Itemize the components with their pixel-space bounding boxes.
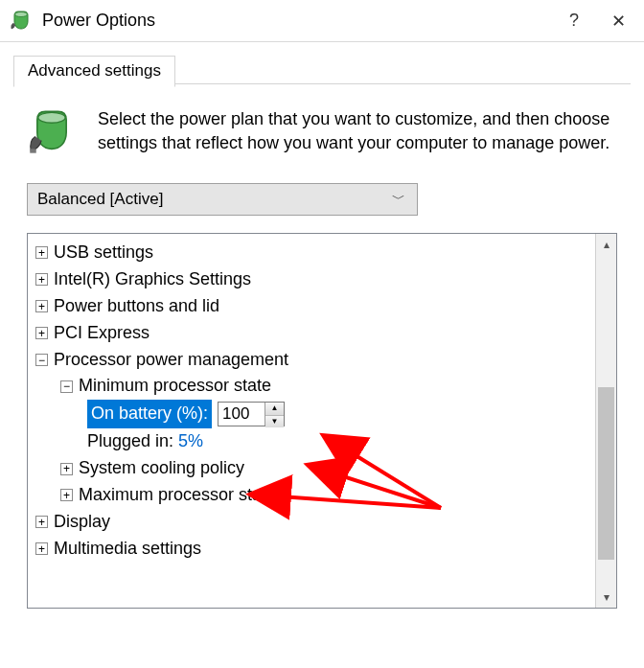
intro-section: Select the power plan that you want to c… bbox=[27, 107, 617, 162]
intro-text: Select the power plan that you want to c… bbox=[98, 107, 617, 162]
scroll-thumb[interactable] bbox=[598, 387, 614, 560]
window-title: Power Options bbox=[42, 11, 552, 31]
chevron-down-icon: ﹀ bbox=[392, 191, 405, 208]
collapse-icon[interactable]: − bbox=[60, 380, 73, 393]
vertical-scrollbar[interactable]: ▴ ▾ bbox=[595, 234, 616, 608]
tree-item-plugged-in[interactable]: Plugged in: 5% bbox=[32, 428, 591, 455]
spinner-up-button[interactable]: ▲ bbox=[265, 403, 284, 415]
expand-icon[interactable]: + bbox=[35, 542, 48, 555]
svg-point-1 bbox=[38, 112, 65, 123]
help-button[interactable]: ? bbox=[552, 0, 596, 41]
expand-icon[interactable]: + bbox=[35, 273, 48, 286]
close-button[interactable]: ✕ bbox=[596, 0, 640, 41]
tree-item-min-processor-state[interactable]: − Minimum processor state bbox=[32, 373, 591, 400]
expand-icon[interactable]: + bbox=[60, 489, 73, 501]
expand-icon[interactable]: + bbox=[35, 327, 48, 339]
tree-item-max-processor-state[interactable]: + Maximum processor state bbox=[32, 482, 591, 509]
expand-icon[interactable]: + bbox=[35, 300, 48, 312]
expand-icon[interactable]: + bbox=[35, 516, 48, 528]
tree-item-power-buttons[interactable]: + Power buttons and lid bbox=[32, 293, 591, 320]
tree-item-processor[interactable]: − Processor power management bbox=[32, 347, 591, 374]
settings-tree-container: + USB settings + Intel(R) Graphics Setti… bbox=[27, 233, 617, 609]
power-plan-icon bbox=[27, 107, 80, 162]
app-icon bbox=[10, 10, 33, 33]
svg-rect-2 bbox=[30, 149, 36, 152]
on-battery-spinner[interactable]: ▲ ▼ bbox=[218, 402, 285, 426]
tree-item-display[interactable]: + Display bbox=[32, 509, 591, 536]
plugged-in-value[interactable]: 5% bbox=[178, 428, 203, 455]
expand-icon[interactable]: + bbox=[60, 463, 73, 475]
tree-item-cooling-policy[interactable]: + System cooling policy bbox=[32, 455, 591, 482]
expand-icon[interactable]: + bbox=[35, 246, 48, 259]
on-battery-input[interactable] bbox=[218, 403, 264, 426]
content-area: Select the power plan that you want to c… bbox=[0, 84, 644, 609]
tab-strip: Advanced settings bbox=[0, 42, 644, 84]
tree-item-pci-express[interactable]: + PCI Express bbox=[32, 320, 591, 347]
tree-item-multimedia[interactable]: + Multimedia settings bbox=[32, 536, 591, 563]
tree-item-intel-graphics[interactable]: + Intel(R) Graphics Settings bbox=[32, 266, 591, 293]
scroll-up-button[interactable]: ▴ bbox=[596, 234, 616, 255]
scroll-down-button[interactable]: ▾ bbox=[596, 587, 616, 608]
spinner-down-button[interactable]: ▼ bbox=[265, 416, 284, 427]
collapse-icon[interactable]: − bbox=[35, 354, 48, 366]
tree-item-usb[interactable]: + USB settings bbox=[32, 240, 591, 266]
on-battery-label: On battery (%): bbox=[87, 400, 212, 428]
power-plan-dropdown[interactable]: Balanced [Active] ﹀ bbox=[27, 183, 418, 216]
svg-point-0 bbox=[15, 12, 28, 16]
tree-item-on-battery[interactable]: On battery (%): ▲ ▼ bbox=[32, 400, 591, 428]
title-bar: Power Options ? ✕ bbox=[0, 0, 644, 42]
power-plan-value: Balanced [Active] bbox=[37, 190, 163, 209]
tab-advanced-settings[interactable]: Advanced settings bbox=[13, 56, 175, 87]
settings-tree[interactable]: + USB settings + Intel(R) Graphics Setti… bbox=[28, 234, 595, 608]
